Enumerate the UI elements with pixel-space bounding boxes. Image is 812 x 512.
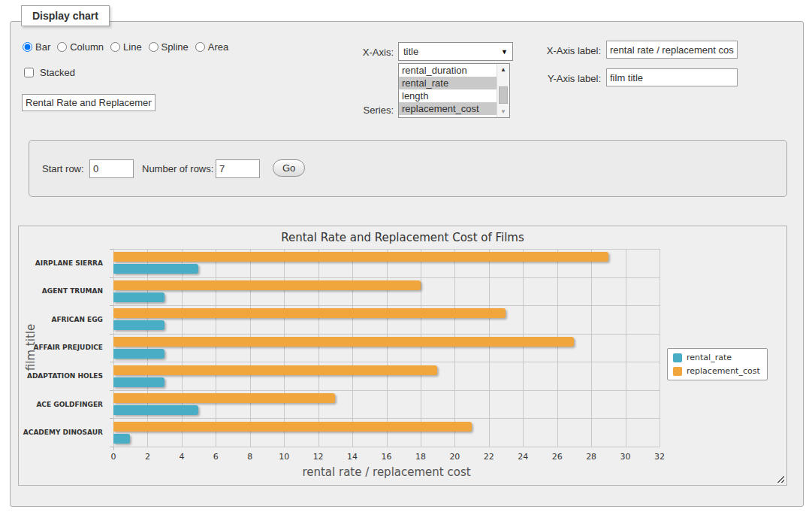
listbox-scrollbar[interactable]: ▲ ▼: [497, 64, 509, 117]
y-axis-label-label: Y-Axis label:: [518, 73, 601, 85]
x-tick-label: 26: [552, 452, 563, 462]
chart-type-bar[interactable]: Bar: [23, 41, 50, 53]
x-tick-label: 14: [347, 452, 358, 462]
chart-type-radio-bar[interactable]: [23, 42, 32, 52]
bar-group-3: [113, 334, 660, 362]
chart-type-area[interactable]: Area: [195, 41, 228, 53]
x-tick-label: 32: [654, 452, 665, 462]
stacked-checkbox[interactable]: [24, 68, 34, 77]
chart-type-radio-line[interactable]: [110, 42, 120, 52]
x-axis-label-label: X-Axis label:: [518, 45, 601, 57]
category-label: ADAPTATION HOLES: [27, 362, 103, 390]
x-tick-label: 2: [145, 452, 150, 462]
series-option-replacement_cost[interactable]: replacement_cost: [399, 102, 497, 115]
bar-group-1: [113, 277, 660, 306]
scroll-up-icon[interactable]: ▲: [497, 64, 509, 75]
legend-item-rental_rate[interactable]: rental_rate: [673, 353, 760, 362]
bar-group-6: [113, 418, 660, 447]
series-option-rental_rate[interactable]: rental_rate: [399, 77, 497, 89]
bar-replacement_cost: [113, 337, 574, 347]
legend-swatch: [673, 367, 682, 376]
x-tick-labels: 02468101214161820222426283032: [113, 452, 660, 464]
x-axis-select-value: title: [403, 46, 418, 57]
num-rows-label: Number of rows:: [142, 163, 213, 175]
x-tick-label: 0: [111, 452, 116, 462]
x-tick-label: 12: [313, 452, 324, 462]
bar-rental_rate: [113, 264, 198, 274]
chart-type-spline[interactable]: Spline: [149, 41, 189, 53]
bar-group-4: [113, 362, 660, 390]
chart-type-label: Bar: [35, 41, 50, 53]
category-label: ACADEMY DINOSAUR: [23, 418, 103, 447]
x-tick-label: 20: [449, 452, 460, 462]
legend-label: rental_rate: [687, 353, 732, 362]
chart-type-line[interactable]: Line: [110, 41, 142, 53]
category-label: AGENT TRUMAN: [42, 277, 103, 306]
x-tick-label: 16: [382, 452, 392, 462]
category-label: ACE GOLDFINGER: [36, 390, 103, 419]
gridline-horizontal: [113, 447, 660, 447]
bar-rental_rate: [113, 434, 130, 444]
chart-legend: rental_ratereplacement_cost: [667, 348, 768, 380]
stacked-label: Stacked: [40, 67, 75, 78]
go-button[interactable]: Go: [273, 159, 305, 177]
x-tick-label: 4: [179, 452, 184, 462]
x-axis-select-label: X-Axis:: [315, 47, 394, 59]
bar-rental_rate: [113, 377, 165, 387]
series-option-length[interactable]: length: [399, 89, 497, 102]
category-label: AFFAIR PREJUDICE: [33, 334, 103, 362]
page: Display chart BarColumnLineSplineArea St…: [0, 0, 812, 512]
chart-type-label: Spline: [161, 41, 189, 53]
fieldset-legend: Display chart: [21, 5, 110, 26]
legend-item-replacement_cost[interactable]: replacement_cost: [673, 366, 760, 376]
bar-replacement_cost: [113, 308, 506, 318]
series-listbox[interactable]: rental_durationrental_ratelengthreplacem…: [398, 63, 510, 118]
resize-handle-icon[interactable]: [776, 474, 784, 483]
bar-replacement_cost: [113, 422, 472, 432]
bar-group-0: [113, 249, 660, 277]
x-tick-label: 30: [620, 452, 631, 462]
chart-type-radio-spline[interactable]: [149, 42, 158, 52]
chevron-down-icon: ▼: [501, 48, 508, 56]
x-axis-select[interactable]: title ▼: [398, 42, 513, 61]
x-tick-label: 8: [247, 452, 252, 462]
bar-rental_rate: [113, 292, 165, 302]
series-listbox-options: rental_durationrental_ratelengthreplacem…: [399, 64, 497, 115]
plot-area: [113, 249, 660, 447]
x-axis-label-input[interactable]: [606, 41, 738, 59]
x-tick-label: 28: [586, 452, 596, 462]
bar-replacement_cost: [113, 280, 421, 290]
gridline-vertical: [660, 249, 660, 447]
series-option-rental_duration[interactable]: rental_duration: [399, 64, 497, 77]
bar-group-2: [113, 305, 660, 334]
chart-title-input[interactable]: [22, 94, 155, 111]
chart-type-group: BarColumnLineSplineArea: [23, 41, 228, 53]
bar-replacement_cost: [113, 365, 437, 375]
category-label: AIRPLANE SIERRA: [35, 249, 103, 277]
scroll-down-icon[interactable]: ▼: [497, 106, 509, 117]
x-axis-tick: [113, 447, 114, 450]
bar-rental_rate: [113, 405, 198, 415]
start-row-input[interactable]: [89, 159, 134, 178]
x-axis-title: rental rate / replacement cost: [113, 465, 660, 479]
y-axis-label-input[interactable]: [606, 68, 738, 86]
start-row-label: Start row:: [42, 163, 84, 175]
num-rows-input[interactable]: [216, 159, 260, 178]
category-label: AFRICAN EGG: [51, 305, 103, 334]
x-tick-label: 24: [518, 452, 528, 462]
y-axis-title: film title: [24, 324, 38, 371]
chart-type-label: Line: [123, 41, 142, 53]
bar-group-5: [113, 390, 660, 419]
chart-type-column[interactable]: Column: [57, 41, 104, 53]
bar-replacement_cost: [113, 252, 608, 262]
x-tick-label: 18: [415, 452, 426, 462]
row-controls-panel: Start row: Number of rows: Go: [29, 140, 787, 197]
legend-label: replacement_cost: [687, 366, 760, 376]
chart-type-label: Column: [70, 41, 104, 53]
x-tick-label: 6: [213, 452, 219, 462]
x-tick-label: 10: [279, 452, 289, 462]
chart-type-radio-column[interactable]: [57, 42, 67, 52]
stacked-option[interactable]: Stacked: [21, 65, 75, 80]
chart-type-radio-area[interactable]: [195, 42, 205, 52]
scrollbar-thumb[interactable]: [499, 86, 508, 104]
